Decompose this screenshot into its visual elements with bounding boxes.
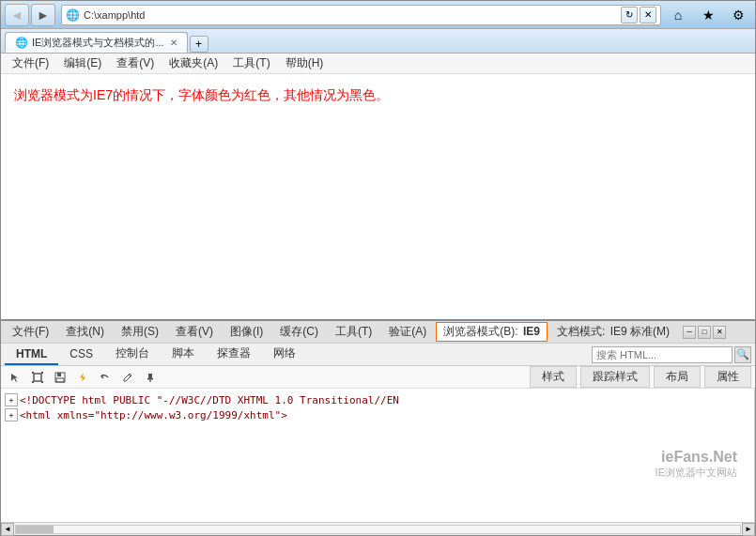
title-bar: ◄ ► 🌐 C:\xampp\htd ↻ ✕ ⌂ ★ ⚙	[1, 1, 755, 29]
doc-mode-selector[interactable]: 文档模式: IE9 标准(M)	[549, 322, 677, 342]
devtools-tab-script[interactable]: 脚本	[161, 343, 206, 366]
scroll-left-button[interactable]: ◄	[1, 523, 14, 536]
undo-button[interactable]	[95, 368, 116, 387]
svg-rect-7	[56, 378, 64, 382]
menu-tools[interactable]: 工具(T)	[225, 54, 277, 73]
devtools-tab-network[interactable]: 网络	[262, 343, 307, 366]
tab-close-button[interactable]: ✕	[170, 38, 177, 48]
doctype-tag: <!DOCTYPE html PUBLIC "-//W3C//DTD XHTML…	[20, 394, 399, 406]
tab-label: IE浏览器模式与文档模式的...	[32, 36, 164, 50]
devtools-menu-validate[interactable]: 验证(A)	[381, 322, 434, 342]
refresh-button[interactable]: ↻	[621, 7, 638, 23]
scroll-right-button[interactable]: ►	[742, 523, 755, 536]
svg-rect-0	[34, 374, 41, 381]
tree-line-html: + <html xmlns="http://www.w3.org/1999/xh…	[5, 407, 750, 422]
panel-tab-trace-style[interactable]: 跟踪样式	[580, 366, 650, 388]
devtools-search: 🔍	[592, 346, 751, 363]
title-bar-left: ◄ ► 🌐 C:\xampp\htd ↻ ✕	[5, 4, 665, 26]
devtools-close-button[interactable]: ✕	[713, 326, 726, 339]
devtools-tab-html[interactable]: HTML	[5, 345, 58, 365]
svg-rect-6	[57, 373, 61, 376]
tab-bar: 🌐 IE浏览器模式与文档模式的... ✕ +	[1, 29, 755, 54]
svg-rect-4	[41, 381, 43, 383]
address-text: C:\xampp\htd	[84, 9, 621, 21]
page-content: 浏览器模式为IE7的情况下，字体颜色为红色，其他情况为黑色。	[14, 84, 742, 107]
devtools-toolbar: 文件(F) 查找(N) 禁用(S) 查看(V) 图像(I) 缓存(C) 工具(T…	[1, 321, 755, 344]
browser-mode-value: IE9	[523, 325, 540, 338]
lightning-button[interactable]	[72, 368, 93, 387]
expand-html[interactable]: +	[5, 408, 18, 421]
devtools-tabs: HTML CSS 控制台 脚本 探查器 网络 🔍	[1, 344, 755, 366]
devtools-menu-file[interactable]: 文件(F)	[5, 322, 56, 342]
tools-button[interactable]: ⚙	[725, 4, 751, 26]
menu-favorites[interactable]: 收藏夹(A)	[162, 54, 225, 73]
home-button[interactable]: ⌂	[665, 4, 691, 26]
devtools-search-input[interactable]	[592, 346, 733, 363]
scroll-track[interactable]	[15, 525, 741, 534]
main-window: ◄ ► 🌐 C:\xampp\htd ↻ ✕ ⌂ ★ ⚙ 🌐	[0, 0, 756, 536]
cursor-tool-button[interactable]	[5, 368, 25, 387]
menu-view[interactable]: 查看(V)	[109, 54, 162, 73]
tree-line-doctype: + <!DOCTYPE html PUBLIC "-//W3C//DTD XHT…	[5, 392, 750, 407]
save-button[interactable]	[50, 368, 70, 387]
menu-bar: 文件(F) 编辑(E) 查看(V) 收藏夹(A) 工具(T) 帮助(H)	[1, 54, 755, 74]
expand-doctype[interactable]: +	[5, 393, 18, 406]
devtools-menu-find[interactable]: 查找(N)	[58, 322, 112, 342]
devtools-tab-css[interactable]: CSS	[58, 345, 104, 365]
back-icon: ◄	[10, 8, 23, 23]
panel-tab-layout[interactable]: 布局	[654, 366, 701, 388]
browser-tab[interactable]: 🌐 IE浏览器模式与文档模式的... ✕	[5, 32, 188, 53]
panel-tab-properties[interactable]: 属性	[704, 366, 751, 388]
scrollbar-area: ◄ ►	[1, 522, 755, 535]
devtools-menu-image[interactable]: 图像(I)	[223, 322, 270, 342]
html-tag: <html xmlns="http://www.w3.org/1999/xhtm…	[20, 409, 287, 421]
title-bar-right: ⌂ ★ ⚙	[665, 4, 751, 26]
doc-mode-value: IE9 标准(M)	[610, 325, 670, 338]
edit-button[interactable]	[117, 368, 138, 387]
devtools-window-controls: ─ □ ✕	[683, 326, 726, 339]
devtools-search-button[interactable]: 🔍	[734, 346, 751, 363]
address-bar[interactable]: 🌐 C:\xampp\htd ↻ ✕	[61, 5, 661, 25]
devtools-panel: 文件(F) 查找(N) 禁用(S) 查看(V) 图像(I) 缓存(C) 工具(T…	[1, 319, 755, 535]
browser-mode-label: 浏览器模式(B):	[443, 325, 517, 338]
svg-rect-2	[41, 372, 43, 374]
back-button[interactable]: ◄	[5, 4, 29, 26]
stop-button[interactable]: ✕	[640, 7, 656, 23]
svg-rect-3	[32, 381, 34, 383]
devtools-minimize-button[interactable]: ─	[683, 326, 696, 339]
address-favicon: 🌐	[66, 8, 80, 22]
new-tab-button[interactable]: +	[190, 36, 208, 53]
devtools-menu-view[interactable]: 查看(V)	[168, 322, 221, 342]
forward-button[interactable]: ►	[31, 4, 55, 26]
devtools-tab-console[interactable]: 控制台	[104, 343, 161, 366]
doc-mode-label: 文档模式:	[557, 325, 605, 338]
devtools-panel-tabs: 样式 跟踪样式 布局 属性	[530, 366, 751, 388]
browser-content: 浏览器模式为IE7的情况下，字体颜色为红色，其他情况为黑色。	[1, 74, 755, 319]
scroll-thumb	[16, 526, 54, 533]
devtools-tab-profiler[interactable]: 探查器	[206, 343, 262, 366]
select-element-button[interactable]	[27, 368, 48, 387]
devtools-secondary-toolbar: 样式 跟踪样式 布局 属性	[1, 366, 755, 389]
devtools-menu-disable[interactable]: 禁用(S)	[114, 322, 166, 342]
devtools-menu-tools[interactable]: 工具(T)	[328, 322, 379, 342]
menu-edit[interactable]: 编辑(E)	[56, 54, 109, 73]
svg-rect-9	[148, 374, 152, 378]
panel-tab-style[interactable]: 样式	[530, 366, 577, 388]
forward-icon: ►	[37, 8, 50, 23]
tab-favicon: 🌐	[15, 37, 28, 49]
devtools-content: + <!DOCTYPE html PUBLIC "-//W3C//DTD XHT…	[1, 389, 755, 522]
browser-mode-selector[interactable]: 浏览器模式(B): IE9	[436, 322, 548, 342]
svg-rect-1	[32, 372, 34, 374]
menu-help[interactable]: 帮助(H)	[278, 54, 332, 73]
devtools-restore-button[interactable]: □	[698, 326, 711, 339]
favorites-button[interactable]: ★	[695, 4, 721, 26]
address-buttons: ↻ ✕	[621, 7, 656, 23]
devtools-menu-cache[interactable]: 缓存(C)	[272, 322, 326, 342]
html-tree: + <!DOCTYPE html PUBLIC "-//W3C//DTD XHT…	[1, 389, 755, 522]
svg-rect-10	[147, 378, 153, 380]
menu-file[interactable]: 文件(F)	[5, 54, 56, 73]
pin-button[interactable]	[140, 368, 161, 387]
